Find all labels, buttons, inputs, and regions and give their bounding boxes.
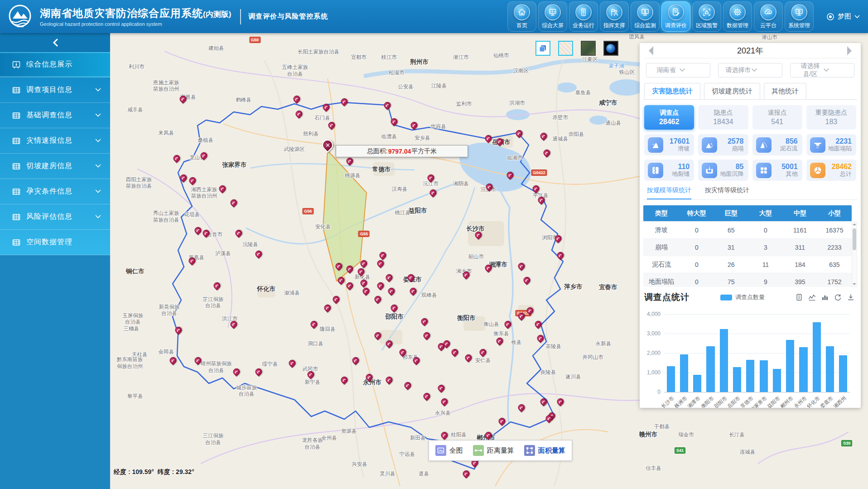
hazard-point-marker[interactable] [255, 251, 262, 257]
hazard-point-marker[interactable] [441, 398, 448, 405]
hazard-point-marker[interactable] [341, 377, 347, 383]
hazard-point-marker[interactable] [233, 368, 240, 375]
hazard-point-marker[interactable] [174, 155, 180, 162]
sidebar-item-切坡建房信息[interactable]: 切坡建房信息 [0, 154, 110, 179]
nav-item-云平台[interactable]: 云平台 [754, 1, 783, 32]
hazard-point-marker[interactable] [169, 357, 176, 364]
user-area[interactable]: 梦图 [826, 12, 860, 21]
hazard-point-marker[interactable] [230, 199, 237, 206]
map-tool-全图[interactable]: 全图 [435, 445, 463, 456]
region-select-2[interactable]: 请选择县/区 [790, 63, 854, 77]
hazard-point-marker[interactable] [452, 349, 458, 356]
hazard-point-marker[interactable] [410, 122, 417, 129]
hazard-point-marker[interactable] [486, 184, 492, 190]
hazard-point-marker[interactable] [557, 252, 564, 259]
hazard-point-marker[interactable] [195, 357, 202, 364]
hazard-point-marker[interactable] [540, 133, 547, 140]
hazard-point-marker[interactable] [518, 404, 525, 411]
region-select-0[interactable]: 湖南省 [646, 63, 710, 77]
hazard-point-marker[interactable] [518, 263, 525, 270]
nav-item-区域预警[interactable]: 区域预警 [692, 1, 721, 32]
hazard-point-marker[interactable] [475, 232, 482, 238]
hazard-point-marker[interactable] [480, 349, 487, 356]
bar-chart-icon[interactable] [821, 294, 829, 301]
hazard-point-marker[interactable] [338, 277, 345, 284]
hazard-point-marker[interactable] [505, 321, 511, 328]
sidebar-item-基础调查信息[interactable]: 基础调查信息 [0, 103, 110, 128]
satellite-layer-thumbnail[interactable] [581, 41, 596, 56]
bar-岳阳市[interactable] [733, 367, 741, 392]
bar-邵阳市[interactable] [720, 329, 728, 392]
hazard-point-marker[interactable] [524, 277, 530, 284]
hazard-point-marker[interactable] [201, 152, 207, 159]
hazard-point-marker[interactable] [352, 357, 359, 364]
next-year-button[interactable] [847, 46, 856, 55]
nav-item-系统管理[interactable]: 系统管理 [785, 1, 814, 32]
hazard-point-marker[interactable] [485, 432, 492, 439]
nav-item-首页[interactable]: 首页 [507, 1, 536, 32]
tab-灾害隐患统计[interactable]: 灾害隐患统计 [644, 83, 700, 99]
bar-常德市[interactable] [746, 360, 754, 392]
hazard-point-marker[interactable] [203, 230, 210, 237]
stat-card-隐患点[interactable]: 隐患点18434 [698, 105, 748, 130]
hazard-point-marker[interactable] [538, 197, 545, 203]
hazard-point-marker[interactable] [535, 321, 542, 328]
tab-切坡建房统计[interactable]: 切坡建房统计 [704, 83, 760, 99]
bar-长沙市[interactable] [667, 366, 675, 392]
sidebar-item-空间数据管理[interactable]: 空间数据管理 [0, 230, 110, 255]
hazard-point-marker[interactable] [424, 393, 430, 400]
hazard-point-marker[interactable] [346, 282, 353, 289]
hazard-point-marker[interactable] [363, 288, 370, 295]
prev-year-button[interactable] [644, 46, 653, 55]
hazard-point-marker[interactable] [408, 274, 415, 281]
hazard-point-marker[interactable] [533, 185, 540, 192]
stat-card-重要隐患点[interactable]: 重要隐患点183 [806, 105, 856, 130]
sidebar-item-灾情速报信息[interactable]: 灾情速报信息 [0, 128, 110, 154]
hazard-point-marker[interactable] [427, 174, 434, 181]
hazard-point-marker[interactable] [463, 271, 470, 278]
sidebar-item-孕灾条件信息[interactable]: 孕灾条件信息 [0, 179, 110, 204]
nav-item-调查评价[interactable]: 调查评价 [661, 1, 690, 32]
bar-湘西州[interactable] [839, 355, 847, 392]
hazard-point-marker[interactable] [537, 335, 544, 342]
hazard-point-marker[interactable] [189, 177, 196, 184]
hazard-point-marker[interactable] [391, 118, 398, 125]
hazard-point-marker[interactable] [341, 98, 347, 105]
hazard-point-marker[interactable] [361, 280, 367, 286]
hazard-point-marker[interactable] [399, 349, 406, 356]
hazard-point-marker[interactable] [438, 385, 445, 392]
hazard-point-marker[interactable] [518, 313, 525, 320]
hazard-point-marker[interactable] [543, 150, 550, 156]
data-view-icon[interactable] [796, 294, 803, 301]
subtab-按灾情等级统计[interactable]: 按灾情等级统计 [705, 186, 749, 199]
hazard-point-marker[interactable] [386, 377, 392, 383]
hazard-point-marker[interactable] [388, 288, 395, 295]
hazard-point-marker[interactable] [413, 357, 420, 364]
hazard-point-marker[interactable] [555, 235, 561, 242]
hazard-point-marker[interactable] [195, 227, 202, 234]
hazard-point-marker[interactable] [374, 332, 381, 339]
hazard-point-marker[interactable] [219, 185, 226, 192]
hazard-point-marker[interactable] [333, 296, 339, 303]
hazard-point-marker[interactable] [308, 371, 314, 378]
hazard-point-marker[interactable] [179, 96, 186, 102]
hazard-point-marker[interactable] [463, 470, 470, 477]
measure-close-marker[interactable]: ✕ [322, 140, 333, 150]
tab-其他统计[interactable]: 其他统计 [764, 83, 806, 99]
hazard-point-marker[interactable] [405, 382, 411, 389]
bar-湘潭市[interactable] [693, 375, 701, 392]
hazard-point-marker[interactable] [496, 338, 503, 344]
hazard-point-marker[interactable] [465, 354, 472, 361]
hazard-point-marker[interactable] [496, 138, 503, 145]
hazard-point-marker[interactable] [236, 230, 242, 237]
hazard-point-marker[interactable] [441, 432, 448, 439]
hazard-point-marker[interactable] [255, 368, 262, 375]
stat-card-调查点[interactable]: 调查点28462 [644, 105, 694, 130]
nav-item-综合监测[interactable]: 综合监测 [631, 1, 660, 32]
hazard-point-marker[interactable] [391, 305, 398, 311]
bar-益阳市[interactable] [773, 369, 781, 392]
hazard-point-marker[interactable] [311, 321, 318, 328]
sidebar-item-综合信息展示[interactable]: 综合信息展示 [0, 52, 110, 77]
bar-张家界市[interactable] [760, 360, 768, 392]
hazard-point-marker[interactable] [377, 282, 384, 289]
